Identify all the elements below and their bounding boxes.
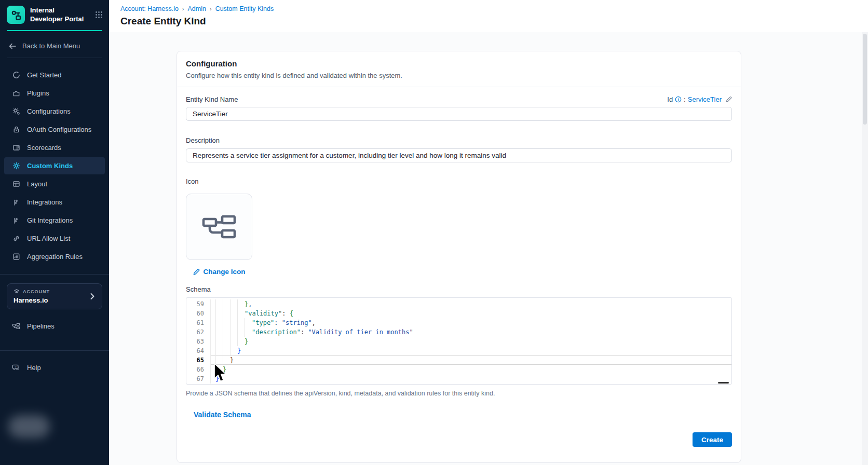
code-line[interactable]: 65} bbox=[186, 355, 731, 365]
account-stack-icon bbox=[13, 289, 20, 295]
integrations-icon bbox=[12, 198, 20, 206]
sidebar-item-git-integrations[interactable]: Git Integrations bbox=[4, 212, 105, 229]
entity-kind-name-label: Entity Kind Name bbox=[186, 95, 238, 103]
schema-code-editor[interactable]: 59},60"validity": {61"type": "string",62… bbox=[186, 297, 732, 385]
pipelines-icon bbox=[12, 322, 20, 330]
page-content: Configuration Configure how this entity … bbox=[109, 32, 868, 465]
get-started-icon bbox=[12, 71, 20, 79]
harness-idp-logo-icon bbox=[7, 6, 25, 24]
sidebar-item-label: Layout bbox=[27, 180, 47, 188]
code-line[interactable]: 66} bbox=[186, 365, 731, 374]
account-eyebrow-label: ACCOUNT bbox=[23, 289, 50, 294]
code-line[interactable]: 62"description": "Validity of tier in mo… bbox=[186, 327, 731, 337]
sidebar-item-label: Git Integrations bbox=[27, 216, 73, 224]
page-header: Account: Harness.io › Admin › Custom Ent… bbox=[109, 0, 868, 32]
code-line[interactable]: 60"validity": { bbox=[186, 309, 731, 318]
svg-text:?: ? bbox=[15, 365, 16, 368]
info-icon[interactable] bbox=[675, 96, 682, 103]
code-line[interactable]: 61"type": "string", bbox=[186, 318, 731, 327]
account-name: Harness.io bbox=[13, 296, 89, 304]
schema-help-text: Provide a JSON schema that defines the a… bbox=[186, 390, 732, 397]
sidebar-item-layout[interactable]: Layout bbox=[4, 175, 105, 193]
code-line[interactable]: 63} bbox=[186, 337, 731, 346]
sidebar-item-label: Get Started bbox=[27, 71, 61, 79]
sidebar-nav: Get Started Plugins Configurations OAuth… bbox=[0, 58, 109, 265]
sidebar-item-integrations[interactable]: Integrations bbox=[4, 194, 105, 211]
chevron-separator-icon: › bbox=[182, 6, 184, 12]
configurations-icon bbox=[12, 107, 20, 115]
sidebar-item-get-started[interactable]: Get Started bbox=[4, 66, 105, 84]
pencil-icon bbox=[193, 268, 200, 276]
app-window: Internal Developer Portal Back to Main M… bbox=[0, 0, 868, 465]
sidebar-item-pipelines[interactable]: Pipelines bbox=[4, 318, 105, 335]
chevron-right-icon bbox=[89, 293, 96, 300]
create-button[interactable]: Create bbox=[693, 432, 732, 447]
entity-icon-preview bbox=[186, 194, 252, 260]
sidebar: Internal Developer Portal Back to Main M… bbox=[0, 0, 109, 465]
sidebar-item-label: OAuth Configurations bbox=[27, 126, 91, 133]
sidebar-item-plugins[interactable]: Plugins bbox=[4, 85, 105, 102]
sidebar-item-aggregation-rules[interactable]: Aggregation Rules bbox=[4, 248, 105, 265]
app-title: Internal Developer Portal bbox=[30, 6, 86, 23]
sidebar-item-label: Custom Kinds bbox=[27, 162, 73, 170]
sidebar-item-label: Aggregation Rules bbox=[27, 253, 83, 261]
sidebar-item-label: Integrations bbox=[27, 198, 62, 206]
breadcrumb-admin[interactable]: Admin bbox=[188, 5, 206, 12]
configuration-card: Configuration Configure how this entity … bbox=[177, 51, 741, 463]
account-selector[interactable]: ACCOUNT Harness.io bbox=[7, 283, 102, 309]
page-title: Create Entity Kind bbox=[120, 16, 856, 27]
horizontal-scrollbar-thumb[interactable] bbox=[718, 382, 729, 384]
code-line[interactable]: 67} bbox=[186, 374, 731, 384]
entity-id-line: Id : ServiceTier bbox=[667, 95, 732, 103]
lock-icon bbox=[12, 126, 20, 133]
aggregation-rules-icon bbox=[12, 253, 20, 261]
description-label: Description bbox=[186, 136, 220, 144]
breadcrumb-account[interactable]: Account: Harness.io bbox=[120, 5, 179, 12]
section-title: Configuration bbox=[186, 59, 732, 68]
card-header: Configuration Configure how this entity … bbox=[177, 51, 741, 87]
scorecards-icon bbox=[12, 144, 20, 152]
change-icon-link[interactable]: Change Icon bbox=[186, 268, 252, 276]
description-input[interactable] bbox=[186, 148, 732, 162]
app-grid-icon[interactable] bbox=[95, 11, 103, 19]
id-separator: : bbox=[684, 95, 686, 103]
blurred-user-info bbox=[8, 415, 50, 438]
link-icon bbox=[12, 235, 20, 242]
schema-label: Schema bbox=[186, 285, 211, 293]
edit-id-pencil-icon[interactable] bbox=[725, 96, 732, 103]
logo-row: Internal Developer Portal bbox=[0, 0, 109, 29]
back-to-main-menu[interactable]: Back to Main Menu bbox=[0, 31, 109, 58]
validate-schema-link[interactable]: Validate Schema bbox=[194, 411, 251, 419]
sidebar-item-configurations[interactable]: Configurations bbox=[4, 103, 105, 120]
section-subtitle: Configure how this entity kind is define… bbox=[186, 72, 732, 79]
back-label: Back to Main Menu bbox=[22, 42, 80, 50]
sidebar-item-oauth-configurations[interactable]: OAuth Configurations bbox=[4, 121, 105, 138]
main-area: Account: Harness.io › Admin › Custom Ent… bbox=[109, 0, 868, 465]
back-arrow-icon bbox=[8, 43, 17, 50]
breadcrumb-custom-entity-kinds[interactable]: Custom Entity Kinds bbox=[215, 5, 274, 12]
sidebar-item-label: Scorecards bbox=[27, 144, 61, 152]
sidebar-item-label: Configurations bbox=[27, 107, 71, 115]
chevron-separator-icon: › bbox=[210, 6, 212, 12]
help-icon: ? bbox=[12, 364, 20, 372]
page-scrollbar-thumb[interactable] bbox=[863, 34, 867, 125]
git-integrations-icon bbox=[12, 216, 20, 224]
divider bbox=[0, 274, 109, 275]
sidebar-item-help[interactable]: ? Help bbox=[4, 359, 105, 376]
gear-icon bbox=[12, 162, 20, 170]
sidebar-item-label: Help bbox=[27, 364, 41, 372]
workflow-icon bbox=[202, 214, 236, 240]
sidebar-item-label: URL Allow List bbox=[27, 235, 70, 242]
entity-kind-name-input[interactable] bbox=[186, 107, 732, 121]
code-line[interactable]: 64} bbox=[186, 346, 731, 355]
layout-icon bbox=[12, 180, 20, 188]
code-line[interactable]: 59}, bbox=[186, 299, 731, 309]
card-body: Entity Kind Name Id : ServiceTier bbox=[177, 87, 741, 462]
schema-editor-lines: 59},60"validity": {61"type": "string",62… bbox=[186, 299, 731, 384]
sidebar-item-scorecards[interactable]: Scorecards bbox=[4, 139, 105, 156]
page-scrollbar[interactable] bbox=[862, 32, 868, 465]
sidebar-item-label: Plugins bbox=[27, 89, 49, 97]
sidebar-item-custom-kinds[interactable]: Custom Kinds bbox=[4, 157, 105, 174]
entity-id-value: ServiceTier bbox=[688, 95, 722, 103]
sidebar-item-url-allow-list[interactable]: URL Allow List bbox=[4, 230, 105, 247]
